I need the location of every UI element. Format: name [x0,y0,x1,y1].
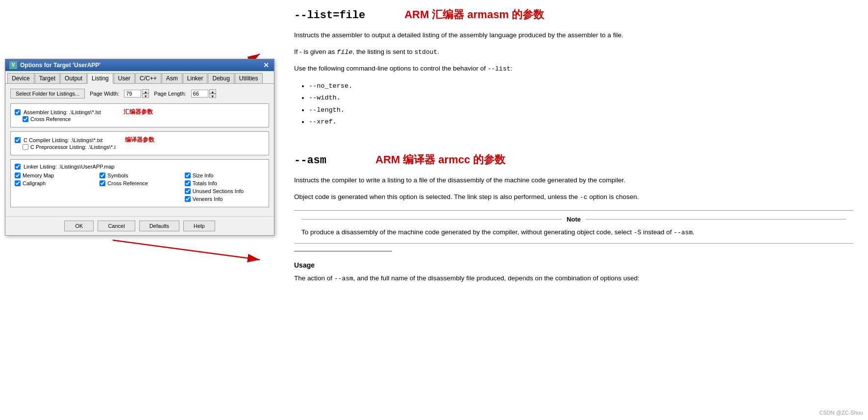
tab-cpp[interactable]: C/C++ [135,73,161,83]
c-compiler-listing-label: C Compiler Listing: .\Listings\*.txt [24,137,102,143]
file-italic: file [337,49,352,56]
veneers-info-checkbox[interactable] [185,196,191,202]
dialog-close-button[interactable]: ✕ [262,61,270,69]
callgraph-checkbox[interactable] [15,180,21,186]
veneers-info-label: Veneers Info [193,196,223,202]
page-length-input[interactable]: 66 [191,90,208,98]
defaults-button[interactable]: Defaults [139,221,179,231]
linker-listing-label: Linker Listing: .\Listings\UserAPP.map [24,164,115,170]
unused-sections-checkbox[interactable] [185,188,191,194]
asm-usage-code: --asm [334,275,353,282]
c-compiler-listing-checkbox[interactable] [15,137,21,143]
asm-para1: Instructs the compiler to write a listin… [294,175,853,186]
asm-heading-chinese: ARM 编译器 armcc 的参数 [375,152,505,167]
list-code: --list [488,65,511,73]
size-info-label: Size Info [193,173,214,178]
asm-heading-mono: --asm [294,154,326,167]
stdout-code: stdout [415,49,438,56]
list-para3: Use the following command-line options t… [294,63,853,74]
asm-para2: Object code is generated when this optio… [294,192,853,203]
memory-map-checkbox[interactable] [15,173,21,178]
linker-section: Linker Listing: .\Listings\UserAPP.map M… [10,159,269,207]
unused-sections-label: Unused Sections Info [193,188,244,194]
watermark: CSDN @ZC-Shou [819,408,863,416]
symbols-label: Symbols [107,173,128,178]
totals-info-checkbox[interactable] [185,180,191,186]
tab-utilities[interactable]: Utilities [235,73,263,83]
assembler-listing-checkbox[interactable] [15,109,21,115]
linker-listing-checkbox[interactable] [15,164,21,170]
tab-linker[interactable]: Linker [183,73,208,83]
dialog-titlebar: V Options for Target 'UserAPP' ✕ [5,59,274,71]
linker-cross-reference-checkbox[interactable] [99,180,105,186]
assembler-section: Assembler Listing: .\Listings\*.lst 汇编器参… [10,103,269,127]
page-length-label: Page Length: [154,91,186,97]
tab-target[interactable]: Target [35,73,60,83]
bullet-width: --width. [309,92,853,104]
section2-heading: --asm ARM 编译器 armcc 的参数 [294,152,853,167]
page-width-input[interactable]: 79 [124,90,141,98]
cross-reference-checkbox[interactable] [23,116,28,122]
totals-info-label: Totals Info [193,180,217,186]
page-width-label: Page Width: [90,91,119,97]
help-button[interactable]: Help [183,221,215,231]
assembler-listing-label: Assembler Listing: .\Listings\*.lst [24,109,101,115]
note-title: Note [567,216,581,223]
page-length-up[interactable]: ▲ [209,89,216,94]
list-para2: If - is given as file, the listing is se… [294,47,853,58]
page-width-up[interactable]: ▲ [142,89,149,94]
list-heading-chinese: ARM 汇编器 armasm 的参数 [404,7,544,22]
tab-device[interactable]: Device [7,73,34,83]
compiler-chinese-label: 编译器参数 [125,136,154,144]
tab-listing[interactable]: Listing [87,73,113,84]
page-length-down[interactable]: ▼ [209,94,216,98]
tab-asm[interactable]: Asm [162,73,182,83]
dialog-tabs: Device Target Output Listing User C/C++ … [5,71,274,84]
dialog-app-icon: V [9,61,17,69]
asm-code: --asm [673,229,693,236]
callgraph-label: Callgraph [23,180,46,186]
memory-map-label: Memory Map [23,173,54,178]
doc-panel: --list=file ARM 汇编器 armasm 的参数 Instructs… [279,0,868,420]
note-box: Note To produce a disassembly of the mac… [294,210,853,244]
section1-heading: --list=file ARM 汇编器 armasm 的参数 [294,7,853,22]
cross-reference-label: Cross Reference [30,116,71,122]
s-flag-code: -S [634,229,642,236]
bullet-xref: --xref. [309,116,853,128]
compiler-section: C Compiler Listing: .\Listings\*.txt 编译器… [10,131,269,155]
list-heading-mono: --list=file [294,9,365,22]
options-dialog: V Options for Target 'UserAPP' ✕ Device … [5,59,274,236]
c-preprocessor-listing-checkbox[interactable] [23,144,28,150]
svg-line-3 [113,240,260,260]
note-text: To produce a disassembly of the machine … [301,227,846,238]
ok-button[interactable]: OK [64,221,94,231]
list-bullets: --no_terse. --width. --length. --xref. [309,80,853,128]
linker-cross-reference-label: Cross Reference [107,180,148,186]
cancel-button[interactable]: Cancel [98,221,135,231]
dialog-buttons: OK Cancel Defaults Help [5,216,274,235]
symbols-checkbox[interactable] [99,173,105,178]
page-width-down[interactable]: ▼ [142,94,149,98]
tab-user[interactable]: User [114,73,135,83]
usage-section: Usage The action of --asm, and the full … [294,261,853,284]
tab-debug[interactable]: Debug [208,73,234,83]
size-info-checkbox[interactable] [185,173,191,178]
bullet-length: --length. [309,104,853,116]
dialog-title: Options for Target 'UserAPP' [20,62,100,69]
select-folder-button[interactable]: Select Folder for Listings... [10,89,85,99]
usage-para: The action of --asm, and the full name o… [294,273,853,284]
bullet-no-terse: --no_terse. [309,80,853,92]
tab-output[interactable]: Output [60,73,87,83]
usage-heading: Usage [294,261,853,269]
assembler-chinese-label: 汇编器参数 [124,108,153,116]
list-para1: Instructs the assembler to output a deta… [294,30,853,41]
c-flag-code: -c [580,194,588,201]
c-preprocessor-listing-label: C Preprocessor Listing: .\Listings\*.i [30,144,116,150]
